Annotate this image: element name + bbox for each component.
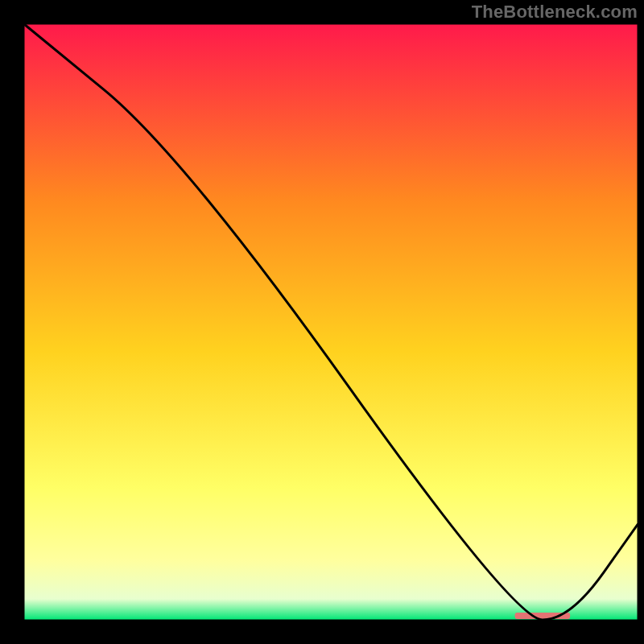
bottleneck-chart xyxy=(0,0,644,644)
chart-container: TheBottleneck.com xyxy=(0,0,644,644)
plot-background xyxy=(24,24,638,620)
